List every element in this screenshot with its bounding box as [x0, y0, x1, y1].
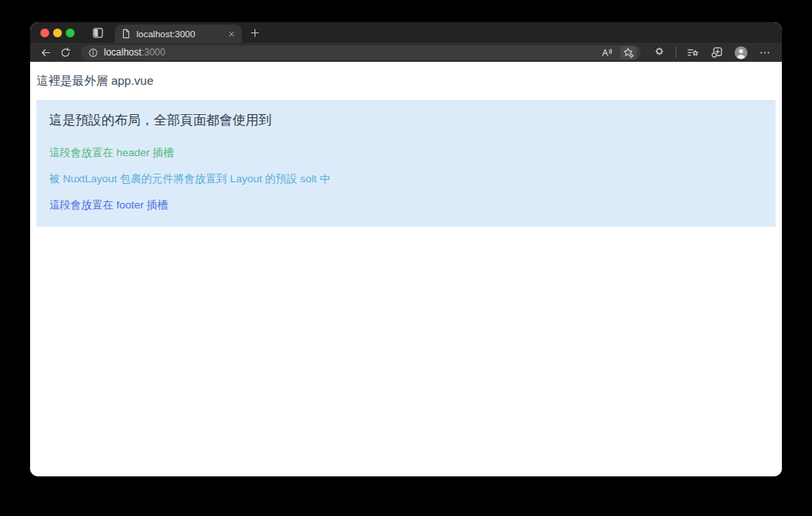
close-window-button[interactable]	[40, 29, 49, 37]
tab-title: localhost:3000	[136, 29, 222, 39]
favorites-icon[interactable]	[684, 46, 703, 59]
site-info-icon[interactable]	[88, 48, 98, 58]
app-vue-heading: 這裡是最外層 app.vue	[36, 74, 776, 89]
tab-actions-icon	[92, 27, 104, 39]
tab-actions-menu-button[interactable]	[92, 27, 104, 39]
header-slot-text: 這段會放置在 header 插槽	[49, 146, 763, 161]
profile-avatar[interactable]	[731, 45, 751, 60]
toolbar-separator	[676, 47, 676, 58]
reload-button[interactable]	[58, 45, 73, 60]
browser-window: localhost:3000	[30, 22, 782, 476]
default-slot-text: 被 NuxtLayout 包裹的元件將會放置到 Layout 的預設 solt …	[49, 172, 763, 187]
url-host: localhost	[104, 47, 141, 58]
zoom-window-button[interactable]	[66, 29, 75, 37]
page-content: 這裡是最外層 app.vue 這是預設的布局，全部頁面都會使用到 這段會放置在 …	[30, 62, 782, 476]
read-aloud-button[interactable]	[598, 46, 615, 59]
more-menu-icon[interactable]	[756, 46, 774, 59]
url-text[interactable]: localhost:3000	[104, 47, 165, 58]
footer-slot-text: 這段會放置在 footer 插槽	[49, 198, 763, 213]
address-bar[interactable]: localhost:3000	[81, 45, 641, 60]
default-layout-box: 這是預設的布局，全部頁面都會使用到 這段會放置在 header 插槽 被 Nux…	[36, 100, 776, 227]
layout-title: 這是預設的布局，全部頁面都會使用到	[49, 112, 763, 129]
new-tab-button[interactable]	[250, 28, 260, 38]
url-port: :3000	[141, 47, 165, 58]
traffic-lights	[30, 29, 75, 37]
browser-tab[interactable]: localhost:3000	[115, 25, 242, 43]
browser-toolbar: localhost:3000	[30, 43, 782, 62]
favorites-settings-button[interactable]	[620, 46, 637, 59]
collections-icon[interactable]	[707, 45, 726, 59]
back-button[interactable]	[38, 45, 53, 60]
extensions-icon[interactable]	[650, 46, 668, 59]
close-tab-icon[interactable]	[228, 30, 236, 38]
minimize-window-button[interactable]	[53, 29, 62, 37]
page-icon	[121, 29, 131, 39]
tab-strip: localhost:3000	[30, 22, 782, 43]
